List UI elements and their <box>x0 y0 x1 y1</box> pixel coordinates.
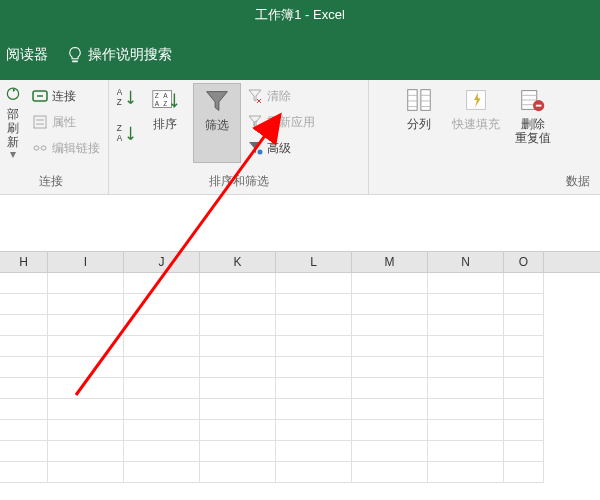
svg-rect-2 <box>34 116 46 128</box>
svg-text:A: A <box>155 100 160 107</box>
column-O[interactable]: O <box>504 252 544 272</box>
group-data-tools: 分列 快速填充 删除重复值 数据 <box>369 80 600 194</box>
refresh-all-button[interactable]: 部刷新 ▾ <box>0 83 26 163</box>
column-H[interactable]: H <box>0 252 48 272</box>
svg-text:A: A <box>163 92 168 99</box>
table-row[interactable] <box>0 462 600 483</box>
sort-asc-icon: AZ <box>115 87 137 109</box>
sort-asc-button[interactable]: AZ <box>115 87 137 109</box>
table-row[interactable] <box>0 315 600 336</box>
svg-text:A: A <box>117 88 123 97</box>
advanced-icon <box>247 140 263 156</box>
svg-rect-16 <box>421 90 430 111</box>
reapply-icon <box>247 114 263 130</box>
sort-desc-button[interactable]: ZA <box>115 123 137 145</box>
edit-link-icon <box>32 140 48 156</box>
table-row[interactable] <box>0 441 600 462</box>
column-K[interactable]: K <box>200 252 276 272</box>
group-data-tools-label: 数据 <box>375 170 594 194</box>
svg-point-14 <box>258 150 263 155</box>
flash-fill-icon <box>461 85 491 115</box>
sort-button[interactable]: Z A A Z 排序 <box>141 83 189 163</box>
ribbon-tab-strip: 阅读器 操作说明搜索 <box>0 30 600 80</box>
column-L[interactable]: L <box>276 252 352 272</box>
lightbulb-icon <box>66 46 84 64</box>
properties-button: 属性 <box>30 111 102 133</box>
column-M[interactable]: M <box>352 252 428 272</box>
columns-icon <box>404 85 434 115</box>
clear-icon <box>247 88 263 104</box>
column-I[interactable]: I <box>48 252 124 272</box>
spreadsheet-grid[interactable]: H I J K L M N O <box>0 251 600 483</box>
properties-icon <box>32 114 48 130</box>
sort-desc-icon: ZA <box>115 123 137 145</box>
svg-text:Z: Z <box>117 124 122 133</box>
connections-button[interactable]: 连接 <box>30 85 102 107</box>
svg-text:A: A <box>117 134 123 143</box>
clear-filter-button: 清除 <box>245 85 317 107</box>
table-row[interactable] <box>0 357 600 378</box>
column-N[interactable]: N <box>428 252 504 272</box>
svg-rect-15 <box>408 90 417 111</box>
advanced-filter-button[interactable]: 高级 <box>245 137 317 159</box>
tell-me-search[interactable]: 操作说明搜索 <box>66 46 172 64</box>
window-title: 工作簿1 - Excel <box>255 6 345 24</box>
svg-rect-4 <box>41 146 46 150</box>
table-row[interactable] <box>0 399 600 420</box>
svg-text:Z: Z <box>163 100 167 107</box>
remove-duplicates-button[interactable]: 删除重复值 <box>509 83 557 163</box>
table-row[interactable] <box>0 378 600 399</box>
text-to-columns-button[interactable]: 分列 <box>395 83 443 163</box>
sort-icon: Z A A Z <box>150 85 180 115</box>
svg-rect-3 <box>34 146 39 150</box>
remove-dup-icon <box>518 85 548 115</box>
svg-text:Z: Z <box>117 98 122 107</box>
funnel-icon <box>202 86 232 116</box>
table-row[interactable] <box>0 294 600 315</box>
link-icon <box>32 88 48 104</box>
group-sort-filter-label: 排序和筛选 <box>115 170 362 194</box>
ribbon: 部刷新 ▾ 连接 属性 编辑链接 连接 <box>0 80 600 195</box>
refresh-icon <box>0 85 28 105</box>
table-row[interactable] <box>0 420 600 441</box>
reapply-button: 重新应用 <box>245 111 317 133</box>
dropdown-icon: ▾ <box>10 147 16 161</box>
flash-fill-button: 快速填充 <box>447 83 505 163</box>
title-bar: 工作簿1 - Excel <box>0 0 600 30</box>
column-J[interactable]: J <box>124 252 200 272</box>
group-connections-label: 连接 <box>0 170 102 194</box>
column-headers: H I J K L M N O <box>0 251 600 273</box>
table-row[interactable] <box>0 273 600 294</box>
formula-bar[interactable] <box>0 195 600 219</box>
group-connections: 部刷新 ▾ 连接 属性 编辑链接 连接 <box>0 80 109 194</box>
edit-links-button: 编辑链接 <box>30 137 102 159</box>
table-row[interactable] <box>0 336 600 357</box>
group-sort-filter: AZ ZA Z A A Z <box>109 80 369 194</box>
filter-button[interactable]: 筛选 <box>193 83 241 163</box>
tab-reader[interactable]: 阅读器 <box>6 46 48 64</box>
svg-text:Z: Z <box>155 92 159 99</box>
